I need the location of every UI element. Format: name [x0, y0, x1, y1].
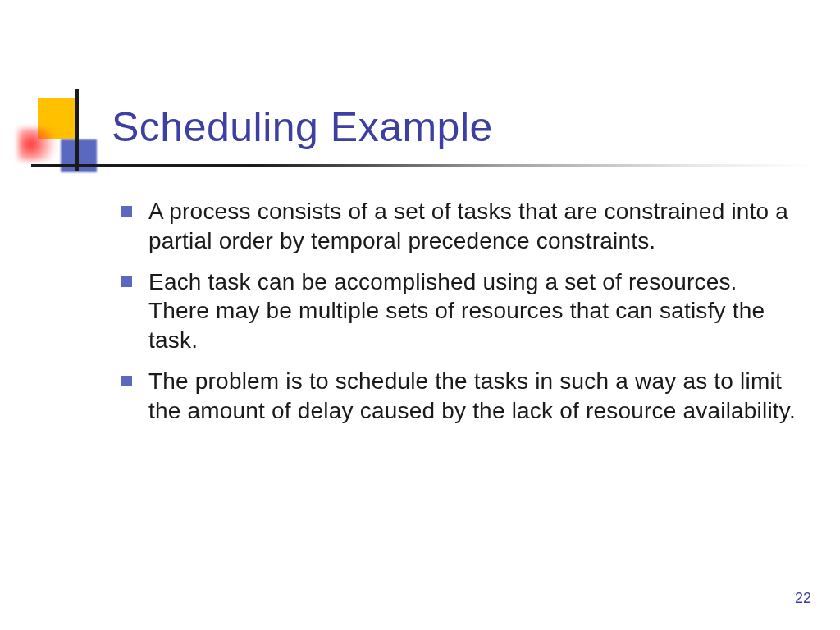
- bullet-item: Each task can be accomplished using a se…: [121, 267, 797, 355]
- vertical-decoration-line: [75, 89, 79, 171]
- bullet-marker-icon: [121, 206, 132, 217]
- bullet-item: The problem is to schedule the tasks in …: [121, 367, 797, 426]
- page-number: 22: [795, 590, 811, 607]
- slide-decoration: [18, 89, 108, 171]
- red-decoration-blur: [18, 128, 61, 161]
- blue-decoration-square: [61, 139, 97, 172]
- bullet-text: The problem is to schedule the tasks in …: [148, 367, 797, 426]
- title-underline: [31, 164, 814, 167]
- slide-content: A process consists of a set of tasks tha…: [121, 197, 797, 437]
- bullet-marker-icon: [121, 276, 132, 287]
- bullet-marker-icon: [121, 376, 132, 386]
- bullet-text: A process consists of a set of tasks tha…: [148, 197, 797, 256]
- bullet-text: Each task can be accomplished using a se…: [148, 267, 797, 355]
- bullet-item: A process consists of a set of tasks tha…: [121, 197, 797, 256]
- slide-title: Scheduling Example: [112, 103, 493, 151]
